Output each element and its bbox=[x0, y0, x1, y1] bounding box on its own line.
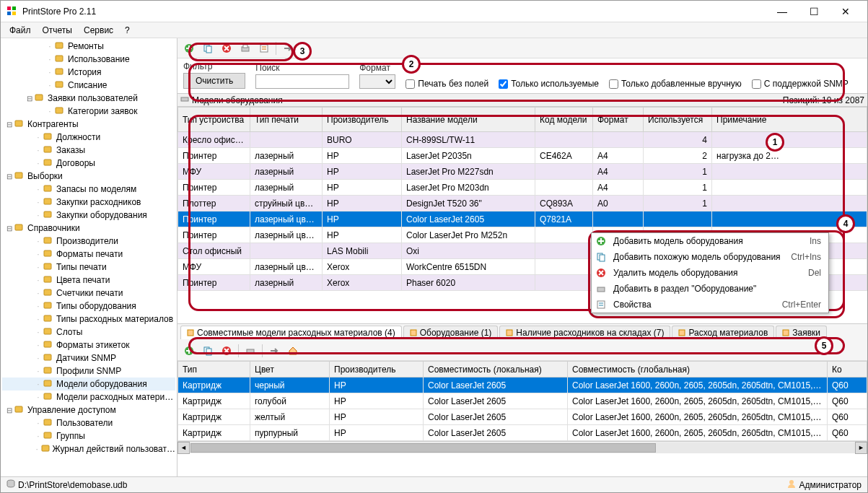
tree-item[interactable]: ⊟Справочники bbox=[2, 222, 175, 235]
svg-rect-46 bbox=[507, 330, 512, 336]
maximize-button[interactable]: ☐ bbox=[798, 1, 830, 22]
svg-rect-24 bbox=[44, 302, 51, 308]
svg-rect-1 bbox=[12, 6, 16, 10]
context-menu-item[interactable]: Удалить модель оборудованияDel bbox=[592, 265, 828, 281]
tree-item[interactable]: ⊟Контрагенты bbox=[2, 118, 175, 131]
app-icon bbox=[6, 6, 18, 17]
table-row[interactable]: КартриджчерныйHPColor LaserJet 2605Color… bbox=[178, 378, 867, 393]
svg-rect-43 bbox=[181, 97, 188, 101]
menu-file[interactable]: Файл bbox=[9, 25, 31, 35]
context-menu[interactable]: Добавить модель оборудованияInsДобавить … bbox=[591, 232, 829, 313]
tree-item[interactable]: ·Запасы по моделям bbox=[2, 183, 175, 196]
svg-rect-2 bbox=[7, 12, 11, 15]
marker-2: 2 bbox=[402, 55, 421, 74]
svg-rect-5 bbox=[56, 56, 63, 61]
tree-item[interactable]: ·Типы оборудования bbox=[2, 300, 175, 313]
table-row[interactable]: КартриджжелтыйHPColor LaserJet 2605Color… bbox=[178, 409, 867, 425]
tree-item[interactable]: ·Списание bbox=[2, 79, 175, 92]
menu-reports[interactable]: Отчеты bbox=[43, 25, 72, 35]
tree-item[interactable]: ·Договоры bbox=[2, 157, 175, 170]
svg-rect-18 bbox=[15, 224, 22, 230]
svg-rect-22 bbox=[44, 276, 51, 282]
context-menu-item[interactable]: СвойстваCtrl+Enter bbox=[592, 297, 828, 313]
column-header[interactable]: Ко bbox=[828, 362, 867, 378]
user-icon bbox=[787, 479, 796, 490]
window-titlebar: PrintStore Pro 2.11 — ☐ ✕ bbox=[1, 1, 867, 22]
tree-item[interactable]: ⊟Выборки bbox=[2, 170, 175, 183]
svg-rect-8 bbox=[35, 95, 43, 100]
close-button[interactable]: ✕ bbox=[830, 1, 862, 22]
svg-rect-44 bbox=[188, 330, 193, 336]
table-row[interactable]: КартриджпурпурныйHPColor LaserJet 2605Co… bbox=[178, 425, 867, 441]
tree-item[interactable]: ⊟Заявки пользователей bbox=[2, 92, 175, 105]
tree-item[interactable]: ·Типы печати bbox=[2, 261, 175, 274]
svg-rect-21 bbox=[44, 263, 51, 269]
supplies-grid[interactable]: ТипЦветПроизводительСовместимость (локал… bbox=[177, 361, 867, 441]
svg-rect-48 bbox=[783, 330, 789, 336]
tree-item[interactable]: ·Журнал действий пользоват… bbox=[2, 442, 175, 455]
svg-rect-60 bbox=[597, 287, 605, 292]
marker-3: 3 bbox=[293, 42, 312, 61]
svg-rect-29 bbox=[44, 367, 51, 373]
svg-rect-6 bbox=[56, 69, 63, 74]
tree-item[interactable]: ·Модели расходных матери… bbox=[2, 391, 175, 403]
status-bar: D:\PrintStore\demobase.udb Администратор bbox=[1, 476, 867, 492]
tree-item[interactable]: ·Закупки расходников bbox=[2, 196, 175, 209]
column-header[interactable]: Тип bbox=[178, 362, 250, 378]
menu-service[interactable]: Сервис bbox=[84, 25, 113, 35]
navigation-tree[interactable]: ·Ремонты·Использование·История·Списание⊟… bbox=[1, 38, 177, 476]
context-menu-item[interactable]: Добавить в раздел "Оборудование" bbox=[592, 281, 828, 297]
tree-item[interactable]: ·Заказы bbox=[2, 144, 175, 157]
marker-4: 4 bbox=[836, 214, 855, 233]
tree-item[interactable]: ·Профили SNMP bbox=[2, 365, 175, 378]
svg-rect-9 bbox=[56, 108, 63, 113]
svg-rect-10 bbox=[15, 121, 22, 126]
tree-item[interactable]: ·Группы bbox=[2, 429, 175, 442]
tree-item[interactable]: ·Цвета печати bbox=[2, 274, 175, 287]
tree-item[interactable]: ·Ремонты bbox=[2, 40, 175, 53]
tree-item[interactable]: ·Счетчики печати bbox=[2, 287, 175, 300]
context-menu-item[interactable]: Добавить модель оборудованияIns bbox=[592, 233, 828, 249]
tree-item[interactable]: ·Форматы печати bbox=[2, 248, 175, 261]
svg-rect-61 bbox=[597, 301, 605, 308]
svg-rect-35 bbox=[42, 445, 49, 451]
table-row[interactable]: КартриджголубойHPColor LaserJet 2605Colo… bbox=[178, 393, 867, 409]
tree-item[interactable]: ·Пользователи bbox=[2, 416, 175, 429]
svg-rect-32 bbox=[15, 406, 22, 412]
horizontal-scrollbar[interactable]: ◄► bbox=[177, 441, 867, 453]
tree-item[interactable]: ·Датчики SNMP bbox=[2, 352, 175, 365]
column-header[interactable]: Цвет bbox=[250, 362, 330, 378]
column-header[interactable]: Производитель bbox=[330, 362, 424, 378]
column-header[interactable]: Совместимость (глобальная) bbox=[568, 362, 828, 378]
tree-item[interactable]: ⊟Управление доступом bbox=[2, 403, 175, 416]
tree-item[interactable]: ·Использование bbox=[2, 53, 175, 66]
menu-help[interactable]: ? bbox=[125, 25, 130, 35]
svg-rect-23 bbox=[44, 289, 51, 295]
marker-1: 1 bbox=[766, 133, 784, 152]
svg-rect-0 bbox=[7, 6, 11, 10]
tree-item[interactable]: ·Закупки оборудования bbox=[2, 209, 175, 222]
svg-rect-27 bbox=[44, 341, 51, 347]
tree-item[interactable]: ·Должности bbox=[2, 131, 175, 144]
svg-rect-11 bbox=[44, 134, 51, 139]
svg-rect-4 bbox=[56, 43, 63, 48]
window-title: PrintStore Pro 2.11 bbox=[22, 6, 96, 17]
tree-item[interactable]: ·Форматы этикеток bbox=[2, 339, 175, 352]
svg-rect-19 bbox=[44, 237, 51, 243]
marker-5: 5 bbox=[815, 336, 833, 355]
tree-item[interactable]: ·Производители bbox=[2, 235, 175, 248]
svg-rect-3 bbox=[12, 12, 16, 15]
svg-rect-17 bbox=[44, 211, 51, 217]
svg-rect-7 bbox=[56, 82, 63, 87]
tree-item[interactable]: ·История bbox=[2, 66, 175, 79]
context-menu-item[interactable]: Добавить похожую модель оборудованияCtrl… bbox=[592, 249, 828, 265]
svg-rect-26 bbox=[44, 328, 51, 334]
minimize-button[interactable]: — bbox=[766, 1, 798, 22]
tree-item[interactable]: ·Типы расходных материалов bbox=[2, 313, 175, 326]
tree-item[interactable]: ·Модели оборудования bbox=[2, 378, 175, 391]
column-header[interactable]: Совместимость (локальная) bbox=[424, 362, 568, 378]
tree-item[interactable]: ·Слоты bbox=[2, 326, 175, 339]
svg-rect-31 bbox=[44, 393, 51, 399]
tree-item[interactable]: ·Категории заявок bbox=[2, 105, 175, 118]
database-icon bbox=[6, 479, 15, 490]
